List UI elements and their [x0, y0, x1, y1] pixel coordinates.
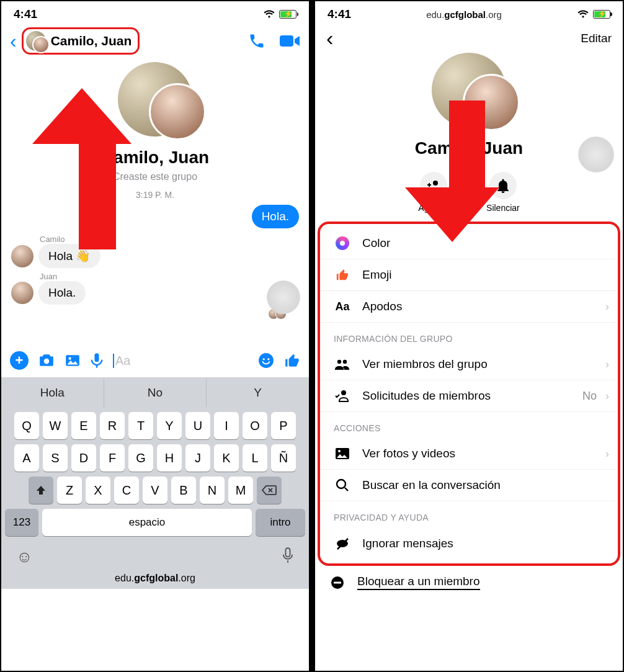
- dictation-icon[interactable]: [282, 547, 294, 567]
- edit-button[interactable]: Editar: [581, 32, 612, 45]
- key[interactable]: L: [243, 444, 267, 472]
- ignore-row[interactable]: Ignorar mensajes: [320, 527, 618, 560]
- key[interactable]: B: [171, 477, 196, 504]
- key[interactable]: Z: [57, 477, 82, 504]
- photos-row[interactable]: Ver fotos y videos ›: [320, 438, 618, 470]
- message-input[interactable]: Aa: [113, 354, 248, 368]
- shift-key[interactable]: [29, 477, 53, 504]
- battery-icon: ⚡: [279, 10, 296, 19]
- emoji-keyboard-icon[interactable]: ☺: [16, 547, 33, 567]
- members-row[interactable]: Ver miembros del grupo ›: [320, 349, 618, 380]
- add-icon[interactable]: +: [10, 351, 29, 370]
- key[interactable]: C: [114, 477, 139, 504]
- panel-divider: [309, 1, 315, 671]
- outgoing-bubble[interactable]: Hola.: [252, 205, 299, 228]
- source-url: edu.gcfglobal.org: [1, 570, 309, 589]
- composer: + Aa: [1, 344, 309, 377]
- nicknames-row[interactable]: Aa Apodos ›: [320, 291, 618, 323]
- key[interactable]: P: [271, 412, 296, 439]
- svg-point-13: [338, 450, 341, 452]
- wifi-icon: [577, 10, 589, 19]
- status-bar: 4:41 edu.gcfglobal.org ⚡: [315, 1, 623, 24]
- annotation-arrow-down: [434, 101, 499, 242]
- color-icon: [334, 236, 351, 250]
- group-created-label: Creaste este grupo: [1, 171, 309, 182]
- svg-rect-7: [285, 548, 290, 557]
- section-header: Privacidad y ayuda: [320, 501, 618, 527]
- svg-point-6: [267, 358, 269, 360]
- key[interactable]: H: [157, 444, 182, 472]
- block-icon: [329, 576, 346, 589]
- svg-rect-17: [334, 581, 341, 583]
- backspace-key[interactable]: [257, 477, 282, 504]
- key[interactable]: W: [43, 412, 68, 439]
- smile-icon[interactable]: [258, 352, 274, 369]
- key[interactable]: S: [43, 444, 68, 472]
- chat-title-pill[interactable]: Camilo, Juan: [22, 27, 140, 55]
- person-check-icon: [334, 390, 351, 402]
- photo-icon[interactable]: [65, 354, 81, 367]
- group-avatar-icon: [26, 31, 46, 51]
- key[interactable]: E: [71, 412, 96, 439]
- key[interactable]: I: [214, 412, 239, 439]
- chat-head-bubble[interactable]: [267, 280, 300, 314]
- phone-icon[interactable]: [248, 32, 265, 50]
- key[interactable]: U: [185, 412, 210, 439]
- svg-point-15: [337, 540, 348, 547]
- key[interactable]: Y: [157, 412, 182, 439]
- key[interactable]: Q: [14, 412, 39, 439]
- seen-indicator: [11, 308, 299, 321]
- key[interactable]: X: [86, 477, 110, 504]
- svg-point-9: [337, 360, 341, 364]
- thumb-icon: [334, 268, 351, 282]
- mic-icon[interactable]: [91, 352, 103, 369]
- row-value: No: [582, 390, 597, 403]
- chat-head-bubble[interactable]: [578, 137, 614, 172]
- svg-rect-3: [94, 353, 99, 362]
- suggestion[interactable]: No: [104, 379, 207, 407]
- row-label: Apodos: [362, 300, 402, 313]
- svg-point-2: [69, 357, 71, 360]
- like-icon[interactable]: [284, 352, 300, 369]
- search-row[interactable]: Buscar en la conversación: [320, 470, 618, 501]
- key[interactable]: V: [143, 477, 167, 504]
- settings-screen: 4:41 edu.gcfglobal.org ⚡ ‹ Editar Camilo…: [315, 1, 623, 671]
- back-icon[interactable]: ‹: [326, 26, 333, 50]
- requests-row[interactable]: Solicitudes de miembros No ›: [320, 380, 618, 412]
- emoji-row[interactable]: Emoji: [320, 259, 618, 291]
- key[interactable]: M: [228, 477, 253, 504]
- key[interactable]: F: [100, 444, 125, 472]
- block-row[interactable]: Bloquear a un miembro: [315, 566, 623, 599]
- numbers-key[interactable]: 123: [5, 509, 38, 536]
- chat-screen: 4:41 ⚡ ‹ Camilo, Juan: [1, 1, 309, 671]
- space-key[interactable]: espacio: [42, 509, 252, 536]
- key[interactable]: K: [214, 444, 239, 472]
- clock: 4:41: [14, 7, 37, 21]
- row-label: Bloquear a un miembro: [357, 575, 480, 590]
- source-url: edu.gcfglobal.org: [426, 9, 502, 20]
- chevron-right-icon: ›: [605, 447, 609, 460]
- video-icon[interactable]: [279, 34, 300, 48]
- group-avatar-large: [118, 62, 192, 137]
- group-name: Camilo, Juan: [1, 148, 309, 168]
- key[interactable]: T: [128, 412, 153, 439]
- camera-icon[interactable]: [38, 354, 55, 367]
- key[interactable]: R: [100, 412, 125, 439]
- timestamp: 3:19 P. M.: [1, 190, 309, 200]
- section-header: Acciones: [320, 412, 618, 438]
- back-icon[interactable]: ‹: [10, 30, 17, 53]
- key[interactable]: J: [185, 444, 210, 472]
- incoming-bubble[interactable]: Hola.: [38, 281, 86, 305]
- suggestion[interactable]: Hola: [1, 379, 104, 407]
- enter-key[interactable]: intro: [256, 509, 305, 536]
- row-label: Solicitudes de miembros: [362, 389, 491, 403]
- key[interactable]: Ñ: [271, 444, 296, 472]
- clock: 4:41: [328, 7, 351, 21]
- key[interactable]: G: [128, 444, 153, 472]
- key[interactable]: A: [14, 444, 39, 472]
- key[interactable]: O: [243, 412, 267, 439]
- suggestion[interactable]: Y: [207, 379, 309, 407]
- key[interactable]: D: [71, 444, 96, 472]
- svg-point-11: [341, 390, 346, 395]
- key[interactable]: N: [200, 477, 225, 504]
